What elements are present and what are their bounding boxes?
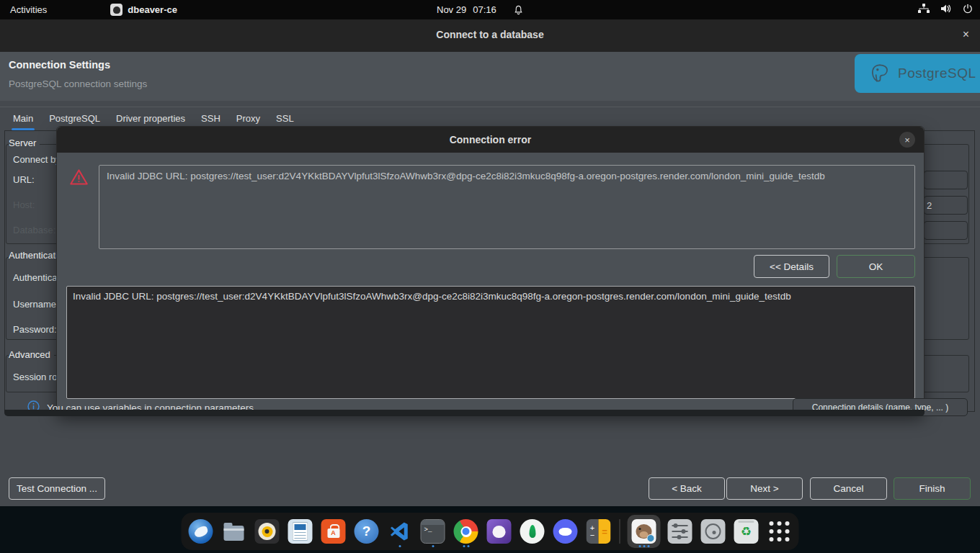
error-dialog-title: Connection error: [57, 134, 924, 145]
settings-icon: [668, 519, 692, 544]
disks-icon: [701, 519, 726, 544]
next-button[interactable]: Next >: [726, 477, 803, 500]
tab-main[interactable]: Main: [12, 110, 35, 130]
postgresql-logo: PostgreSQL: [855, 54, 980, 93]
files-icon: [222, 519, 246, 544]
rhythmbox-icon: [255, 519, 280, 544]
postgres-logo-text: PostgreSQL: [898, 66, 976, 81]
host-label: Host:: [13, 199, 35, 210]
password-label: Password:: [13, 324, 57, 335]
dock-thunderbird[interactable]: [187, 515, 215, 548]
volume-icon: [940, 4, 952, 16]
top-bar: Activities dbeaver-ce Nov 29 07:16: [0, 0, 980, 19]
connection-error-dialog: Connection error × Invalid JDBC URL: pos…: [56, 126, 925, 412]
port-value: 2: [925, 200, 932, 211]
network-icon: [918, 4, 930, 16]
tabstrip-divider: [0, 107, 980, 107]
dock-terminal[interactable]: >_: [419, 515, 447, 548]
system-tray[interactable]: [918, 0, 973, 19]
dock-app-grid[interactable]: [766, 515, 793, 548]
cancel-button[interactable]: Cancel: [810, 477, 887, 500]
database-label: Database:: [13, 225, 55, 235]
dock-trash[interactable]: ♻: [733, 515, 760, 548]
username-label: Username:: [13, 299, 59, 310]
ok-button[interactable]: OK: [837, 255, 915, 278]
database-field-fragment[interactable]: [924, 221, 968, 240]
vscode-icon: [388, 519, 412, 544]
dock-libreoffice-writer[interactable]: [287, 515, 314, 548]
advanced-group-label: Advanced: [9, 349, 54, 360]
screen: Activities dbeaver-ce Nov 29 07:16: [0, 0, 980, 553]
running-dots: [386, 545, 414, 547]
port-field-fragment[interactable]: 2: [924, 196, 968, 215]
power-icon: [963, 4, 973, 16]
back-button[interactable]: < Back: [649, 477, 725, 500]
dock-vscode[interactable]: [386, 515, 414, 548]
warning-icon: [69, 168, 89, 189]
error-message-box: Invalid JDBC URL: postgres://test_user:d…: [99, 165, 915, 249]
trash-icon: ♻: [734, 519, 759, 544]
dock-chrome[interactable]: [453, 515, 480, 548]
dock-files[interactable]: [220, 515, 248, 548]
dock-help[interactable]: ?: [353, 515, 380, 548]
dock-mongodb-compass[interactable]: [519, 515, 546, 548]
wizard-header: Connection Settings PostgreSQL connectio…: [0, 52, 980, 101]
dock: A ? >_ +− =: [182, 513, 799, 550]
postgres-elephant-icon: [868, 61, 892, 86]
test-connection-button[interactable]: Test Connection ...: [9, 477, 105, 500]
app-menu-label: dbeaver-ce: [128, 4, 177, 15]
dock-github-desktop[interactable]: [486, 515, 513, 548]
error-details-text[interactable]: Invalid JDBC URL: postgres://test_user:d…: [66, 286, 915, 399]
dock-discord[interactable]: [552, 515, 579, 548]
dock-ubuntu-software[interactable]: A: [320, 515, 347, 548]
software-icon: A: [321, 519, 346, 544]
dock-dbeaver[interactable]: [628, 515, 661, 548]
url-label: URL:: [13, 174, 35, 185]
finish-button[interactable]: Finish: [894, 477, 971, 500]
app-menu[interactable]: dbeaver-ce: [100, 0, 187, 19]
connect-by-label: Connect by:: [13, 154, 63, 165]
dock-disks[interactable]: [700, 515, 727, 548]
dock-settings[interactable]: [667, 515, 694, 548]
discord-icon: [553, 519, 578, 544]
page-subtitle: PostgreSQL connection settings: [9, 78, 147, 89]
bell-icon: [513, 4, 524, 16]
terminal-icon: >_: [421, 519, 445, 544]
calculator-icon: +− =: [587, 519, 611, 544]
dock-calculator[interactable]: +− =: [585, 515, 612, 548]
dbeaver-icon: [632, 519, 656, 544]
mongodb-icon: [520, 519, 545, 544]
time-label: 07:16: [473, 4, 496, 15]
page-title: Connection Settings: [9, 59, 110, 71]
error-dialog-close-button[interactable]: ×: [899, 132, 915, 148]
window-titlebar: Connect to a database ×: [0, 19, 980, 52]
dialog-bottom-shadow: [4, 410, 925, 416]
url-field-fragment[interactable]: [924, 171, 968, 189]
window-title: Connect to a database: [0, 29, 980, 40]
thunderbird-icon: [189, 519, 213, 544]
app-grid-icon: [767, 519, 792, 544]
dock-separator: [620, 519, 620, 544]
dbeaver-app-icon: [110, 4, 122, 16]
github-icon: [487, 519, 512, 544]
running-dots: [419, 545, 447, 547]
help-icon: ?: [355, 519, 379, 544]
running-dots: [628, 545, 661, 547]
window-close-button[interactable]: ×: [963, 28, 969, 41]
dock-rhythmbox[interactable]: [254, 515, 281, 548]
date-label: Nov 29: [437, 4, 466, 15]
writer-icon: [288, 519, 313, 544]
server-group-label: Server: [9, 138, 40, 148]
error-dialog-titlebar: Connection error ×: [57, 127, 924, 153]
clock-button[interactable]: Nov 29 07:16: [437, 0, 524, 19]
chrome-icon: [454, 519, 478, 544]
details-toggle-button[interactable]: << Details: [754, 255, 829, 278]
running-dots: [453, 545, 480, 547]
activities-button[interactable]: Activities: [0, 0, 57, 19]
